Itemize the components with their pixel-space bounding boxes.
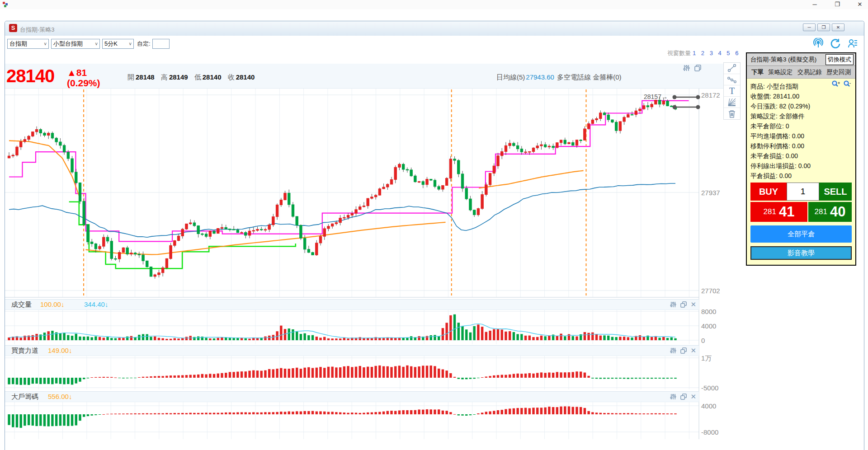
pane-restore-icon[interactable]: [680, 301, 687, 309]
pane-settings-icon[interactable]: [670, 347, 677, 356]
quantity-input[interactable]: [787, 183, 819, 201]
pane-settings-icon[interactable]: [670, 301, 677, 309]
broadcast-icon[interactable]: [813, 38, 824, 51]
window-restore-button[interactable]: ❐: [833, 0, 842, 9]
power-ytick: 1万: [701, 354, 728, 363]
power-pane-title: 買賣力道: [11, 347, 38, 355]
buy-button[interactable]: BUY: [750, 183, 787, 201]
menubar: 檔案: [0, 9, 868, 19]
last-price: 28140: [6, 66, 54, 86]
pane-settings-icon[interactable]: [670, 393, 677, 402]
video-tutorial-button[interactable]: 影音教學: [750, 246, 852, 260]
trade-panel-body: + - 商品: 小型台指期收盤價: 28141.00今日漲跌: 82 (0.29…: [747, 79, 855, 260]
chart-window-title: 台指期-策略3: [20, 26, 55, 34]
main-ytick: 27702: [701, 287, 728, 295]
tab-trade-log[interactable]: 交易記錄: [797, 68, 822, 76]
strategy-info-list: 商品: 小型台指期收盤價: 28141.00今日漲跌: 82 (0.29%)策略…: [750, 81, 852, 181]
info-line: 收盤價: 28141.00: [750, 91, 852, 101]
bigplayers-ytick: -8000: [701, 428, 728, 436]
drawing-toolbar: T: [723, 62, 741, 120]
info-line: 停利線出場損益: 0.00: [750, 161, 852, 171]
trash-icon[interactable]: [724, 108, 740, 119]
zoom-in-icon[interactable]: +: [832, 80, 840, 89]
window-minimize-button[interactable]: ─: [810, 0, 819, 9]
switch-mode-button[interactable]: 切換模式: [826, 54, 854, 65]
info-line: 今日漲跌: 82 (0.29%): [750, 101, 852, 111]
trendline-tool-icon[interactable]: [724, 63, 740, 74]
volume-value-1: 100.00↓: [40, 300, 64, 308]
app-icon: [3, 2, 8, 7]
tab-backtest[interactable]: 歷史回測: [826, 68, 851, 76]
pane-close-icon[interactable]: ✕: [690, 347, 696, 356]
window-close-button[interactable]: ✕: [855, 0, 864, 9]
copy-pane-icon[interactable]: [694, 64, 702, 74]
svg-text:-: -: [849, 81, 851, 85]
price-change-percent: (0.29%): [67, 78, 100, 89]
custom-interval-input[interactable]: [152, 39, 170, 49]
account-list-icon[interactable]: [847, 38, 858, 51]
custom-interval-label: 自定:: [137, 40, 151, 48]
price-annotation-label: 28157→: [644, 93, 668, 100]
indicator-legend: 日均線(5)27943.60 多空電話線 金箍棒(0): [496, 73, 622, 82]
volume-ytick: 4000: [701, 322, 728, 330]
child-minimize-button[interactable]: ─: [803, 23, 816, 31]
bid-price-button[interactable]: 28140: [808, 202, 852, 222]
indicator-settings-icon[interactable]: [683, 64, 690, 74]
volume-ytick: 0: [701, 337, 728, 344]
window-titlebar: ─ ❐ ✕: [0, 0, 868, 9]
power-ytick: -5000: [701, 384, 728, 392]
pane-close-icon[interactable]: ✕: [690, 301, 696, 309]
ohlc-readout: 開28148 高28149 低28140 收28140: [127, 73, 259, 82]
chevron-down-icon: ˅: [92, 42, 98, 47]
close-all-positions-button[interactable]: 全部平倉: [750, 225, 852, 243]
info-line: 平均進場價格: 0.00: [750, 131, 852, 141]
info-line: 未平倉損益: 0.00: [750, 151, 852, 161]
strategy-logo: S: [9, 24, 17, 32]
ask-price-button[interactable]: 28141: [750, 202, 807, 222]
tab-strategy-settings[interactable]: 策略設定: [768, 68, 793, 76]
info-line: 平倉損益: 0.00: [750, 171, 852, 181]
pane-close-icon[interactable]: ✕: [690, 393, 696, 402]
window-count[interactable]: 視窗數量1 2 3 4 5 6: [667, 49, 740, 57]
contract-select[interactable]: 小型台指期˅: [51, 39, 100, 49]
child-restore-button[interactable]: ❐: [817, 23, 830, 31]
power-pane-header: 買賣力道 149.00↓ ✕: [5, 345, 699, 356]
price-change: ▲81: [67, 67, 87, 78]
volume-ytick: 8000: [701, 308, 728, 315]
sell-button[interactable]: SELL: [819, 183, 852, 201]
child-close-button[interactable]: ✕: [832, 23, 844, 31]
trade-panel-title: 台指期-策略3 (模擬交易): [750, 56, 826, 64]
pane-restore-icon[interactable]: [680, 393, 687, 402]
trade-panel-tabs: 下單 策略設定 交易記錄 歷史回測: [747, 66, 855, 79]
pane-restore-icon[interactable]: [680, 347, 687, 356]
interval-select[interactable]: 5分K˅: [102, 39, 134, 49]
trade-panel: 台指期-策略3 (模擬交易) 切換模式 下單 策略設定 交易記錄 歷史回測 + …: [746, 52, 856, 266]
bigplayers-ytick: 4000: [701, 402, 728, 410]
chevron-down-icon: ˅: [41, 42, 47, 47]
bigplayers-value-1: 556.00↓: [48, 393, 72, 400]
polyline-tool-icon[interactable]: [724, 74, 740, 85]
info-line: 移動停利價格: 0.00: [750, 141, 852, 151]
chart-window-titlebar: [5, 21, 864, 36]
chevron-down-icon: ˅: [126, 42, 132, 47]
main-ytick: 27937: [701, 189, 728, 197]
fan-lines-tool-icon[interactable]: [724, 97, 740, 108]
bigplayers-pane-header: 大戶籌碼 556.00↓ ✕: [5, 391, 699, 402]
volume-pane-title: 成交量: [11, 300, 32, 309]
zoom-out-icon[interactable]: -: [844, 80, 852, 89]
info-line: 策略設定: 全部條件: [750, 111, 852, 121]
power-value-1: 149.00↓: [48, 347, 72, 354]
info-line: 未平倉部位: 0: [750, 121, 852, 131]
bigplayers-pane-title: 大戶籌碼: [11, 393, 38, 401]
refresh-icon[interactable]: [830, 38, 841, 51]
tab-order[interactable]: 下單: [751, 68, 764, 76]
volume-pane-header: 成交量 100.00↓ 344.40↓ ✕: [5, 299, 699, 310]
symbol-select[interactable]: 台指期˅: [7, 39, 49, 49]
svg-text:+: +: [838, 81, 840, 85]
text-tool-icon[interactable]: T: [724, 85, 740, 97]
volume-value-2: 344.40↓: [84, 300, 108, 308]
trade-panel-titlebar: 台指期-策略3 (模擬交易) 切換模式: [747, 53, 855, 66]
